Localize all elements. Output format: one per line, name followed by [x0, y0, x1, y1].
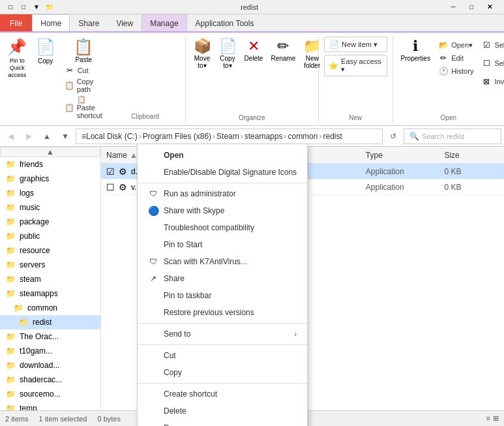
tab-share[interactable]: Share: [70, 14, 108, 31]
file-checkbox-1[interactable]: ☐: [106, 182, 115, 192]
pin-quick-access-button[interactable]: 📌 Pin to Quick access: [3, 37, 32, 80]
search-box[interactable]: 🔍 Search redist: [404, 129, 501, 144]
sidebar-item-steam[interactable]: 📁 steam: [0, 272, 100, 286]
properties-label: Properties: [401, 55, 431, 62]
open-button[interactable]: 📂 Open▾: [436, 39, 476, 51]
properties-button[interactable]: ℹ Properties: [398, 37, 434, 113]
new-item-button[interactable]: 📄 New item ▾: [324, 37, 387, 52]
sidebar-item-t10gam[interactable]: 📁 t10gam...: [0, 344, 100, 358]
title-bar: □ □ ▼ 📁 redist ─ □ ✕: [0, 0, 504, 14]
invert-selection-button[interactable]: ⊠ Inv: [479, 76, 504, 87]
address-path[interactable]: ≡ Local Disk (C:) › Program Files (x86) …: [76, 129, 383, 144]
forward-button[interactable]: ▶: [21, 129, 37, 144]
col-size[interactable]: Size: [439, 147, 504, 163]
sidebar-item-logs[interactable]: 📁 logs: [0, 186, 100, 200]
select-all-button[interactable]: ☑ Sel: [479, 39, 504, 51]
sidebar-item-common[interactable]: 📁 common: [0, 301, 100, 315]
paste-button[interactable]: 📋 Paste: [62, 38, 106, 63]
paste-shortcut-button[interactable]: 📋 📋 Paste shortcut: [62, 95, 106, 120]
path-part-3[interactable]: Steam: [216, 132, 239, 141]
sidebar-item-package[interactable]: 📁 package: [0, 215, 100, 229]
history-button[interactable]: 🕐 History: [436, 65, 476, 77]
minimize-button[interactable]: ─: [444, 0, 462, 14]
new-folder-label: Newfolder: [304, 55, 320, 69]
ctx-share-skype[interactable]: 🔵 Share with Skype: [138, 202, 307, 219]
path-part-6[interactable]: redist: [323, 132, 342, 141]
tab-view[interactable]: View: [108, 14, 141, 31]
refresh-button[interactable]: ↺: [385, 129, 401, 144]
tab-file[interactable]: File: [0, 14, 32, 31]
sidebar-item-download[interactable]: 📁 download...: [0, 358, 100, 373]
ctx-rename[interactable]: Rename: [138, 419, 307, 426]
path-part-1[interactable]: Local Disk (C:): [86, 132, 138, 141]
tab-manage[interactable]: Manage: [141, 14, 186, 31]
sidebar-item-redist[interactable]: 📁 redist: [0, 315, 100, 329]
ctx-delete-icon: [148, 406, 158, 416]
ctx-enable-disable-icon: [148, 167, 158, 177]
ctx-k7antivirus[interactable]: 🛡 Scan with K7AntiVirus...: [138, 253, 307, 270]
easy-access-button[interactable]: ⭐ Easy access ▾: [324, 55, 387, 76]
delete-button[interactable]: ✕ Delete: [242, 37, 266, 113]
path-part-4[interactable]: steamapps: [245, 132, 283, 141]
grid-view-button[interactable]: ⊞: [493, 414, 499, 423]
sidebar-scroll-up[interactable]: ▲: [0, 147, 100, 157]
path-sep-2: ›: [213, 132, 215, 141]
cut-button[interactable]: ✂ Cut: [62, 65, 106, 76]
file-checkbox-0[interactable]: ☑: [106, 166, 115, 177]
ctx-delete[interactable]: Delete: [138, 403, 307, 419]
ctx-create-shortcut[interactable]: Create shortcut: [138, 386, 307, 403]
sidebar-item-servers[interactable]: 📁 servers: [0, 258, 100, 272]
copy-path-button[interactable]: 📋 Copy path: [62, 77, 106, 94]
sidebar-item-label-steam: steam: [20, 275, 41, 284]
ctx-open[interactable]: Open: [138, 147, 307, 164]
ctx-pin-taskbar[interactable]: Pin to taskbar: [138, 287, 307, 304]
sidebar-item-friends[interactable]: 📁 friends: [0, 157, 100, 172]
maximize-button[interactable]: □: [462, 0, 481, 14]
sidebar-item-public[interactable]: 📁 public: [0, 229, 100, 243]
edit-button[interactable]: ✏ Edit: [436, 52, 476, 64]
copy-to-button[interactable]: 📄 Copyto▾: [216, 37, 239, 113]
tab-home[interactable]: Home: [32, 14, 70, 31]
open-group: ℹ Properties 📂 Open▾ ✏ Edit 🕐 History: [393, 35, 504, 123]
ctx-create-shortcut-icon: [148, 389, 158, 399]
back-button[interactable]: ◀: [3, 129, 18, 144]
sidebar-item-theorac[interactable]: 📁 The Orac...: [0, 329, 100, 344]
close-button[interactable]: ✕: [481, 0, 499, 14]
ctx-send-to-arrow: ›: [294, 329, 297, 339]
sidebar-item-label-steamapps: steamapps: [20, 289, 58, 298]
ctx-send-to[interactable]: Send to ›: [138, 326, 307, 342]
ctx-run-admin[interactable]: 🛡 Run as administrator: [138, 185, 307, 202]
ctx-copy[interactable]: Copy: [138, 364, 307, 381]
sidebar-item-graphics[interactable]: 📁 graphics: [0, 172, 100, 186]
tab-apptools[interactable]: Application Tools: [187, 14, 263, 31]
up-button[interactable]: ▲: [39, 129, 55, 144]
title-bar-icon-3: ▼: [31, 2, 42, 12]
ctx-pin-start[interactable]: Pin to Start: [138, 236, 307, 253]
sidebar-item-music[interactable]: 📁 music: [0, 200, 100, 215]
ctx-k7antivirus-label: Scan with K7AntiVirus...: [164, 257, 247, 266]
list-view-button[interactable]: ≡: [486, 414, 490, 423]
sidebar-item-steamapps[interactable]: 📁 steamapps: [0, 286, 100, 301]
history-icon: 🕐: [438, 66, 449, 76]
sidebar-item-resource[interactable]: 📁 resource: [0, 243, 100, 258]
copy-path-icon: 📋: [65, 80, 74, 91]
sidebar-item-shadercac[interactable]: 📁 shadercac...: [0, 373, 100, 387]
window-controls[interactable]: ─ □ ✕: [444, 0, 499, 14]
select-none-button[interactable]: ☐ Sel: [479, 57, 504, 69]
ctx-troubleshoot[interactable]: Troubleshoot compatibility: [138, 219, 307, 236]
recent-button[interactable]: ▼: [57, 129, 73, 144]
sidebar-item-sourcemo[interactable]: 📁 sourcemo...: [0, 387, 100, 401]
folder-icon-package: 📁: [5, 217, 16, 227]
ctx-share[interactable]: ↗ Share: [138, 270, 307, 287]
move-to-button[interactable]: 📦 Moveto▾: [191, 37, 214, 113]
rename-button[interactable]: ✏ Rename: [268, 37, 298, 113]
copy-button[interactable]: 📄 Copy: [32, 37, 59, 66]
path-part-5[interactable]: common: [288, 132, 318, 141]
ctx-restore[interactable]: Restore previous versions: [138, 304, 307, 321]
col-type[interactable]: Type: [361, 147, 439, 163]
folder-icon-download: 📁: [5, 360, 16, 371]
ctx-enable-disable[interactable]: Enable/Disable Digital Signature Icons: [138, 164, 307, 181]
path-part-2[interactable]: Program Files (x86): [143, 132, 211, 141]
pin-label: Pin to Quick access: [7, 57, 28, 78]
ctx-cut[interactable]: Cut: [138, 347, 307, 364]
